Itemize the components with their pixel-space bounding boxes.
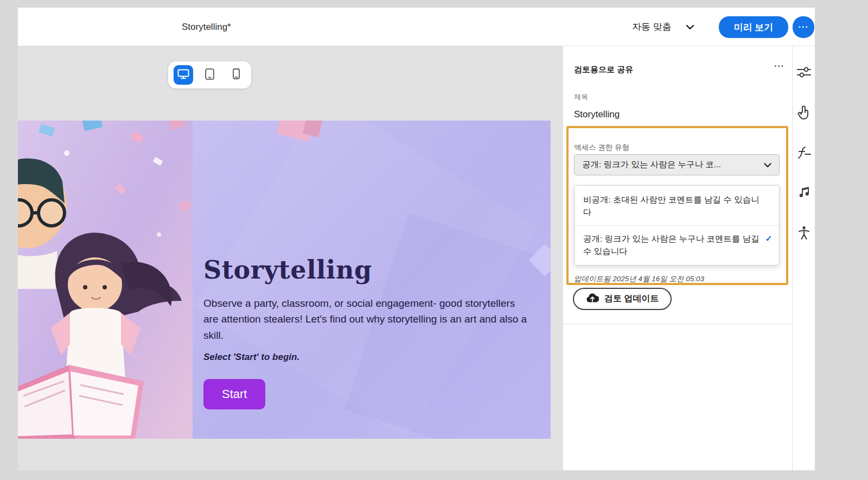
slide-hint-text: Select 'Start' to begin. xyxy=(203,352,540,363)
access-type-selected-value: 공개: 링크가 있는 사람은 누구나 코... xyxy=(582,159,764,170)
slide-properties-button[interactable] xyxy=(796,65,812,81)
panel-more-button[interactable]: ··· xyxy=(774,61,784,71)
share-review-panel: 검토용으로 공유 ··· 제목 Storytelling 액세스 권한 유형 공… xyxy=(563,46,792,470)
device-desktop-button[interactable] xyxy=(174,65,193,85)
music-note-icon xyxy=(798,186,810,201)
title-field-value: Storytelling xyxy=(574,109,620,120)
zoom-fit-label: 자동 맞춤 xyxy=(632,21,672,33)
update-review-label: 검토 업데이트 xyxy=(604,293,659,305)
app-window: Storytelling* 자동 맞춤 미리 보기 ··· xyxy=(18,8,815,470)
panel-divider xyxy=(563,324,793,324)
chevron-down-icon xyxy=(764,160,771,170)
access-type-label: 액세스 권한 유형 xyxy=(574,143,629,153)
slide-text-block: Storytelling Observe a party, classroom,… xyxy=(203,255,540,409)
access-type-dropdown-menu: 비공개: 초대된 사람만 코멘트를 남길 수 있습니다 공개: 링크가 있는 사… xyxy=(574,185,780,266)
touch-hand-icon xyxy=(797,105,810,121)
slide-preview: Storytelling Observe a party, classroom,… xyxy=(18,121,551,439)
zoom-fit-dropdown[interactable]: 자동 맞춤 xyxy=(632,8,694,46)
access-type-select[interactable]: 공개: 링크가 있는 사람은 누구나 코... xyxy=(574,154,780,175)
accessibility-button[interactable] xyxy=(796,225,812,242)
slide-title: Storytelling xyxy=(203,255,540,285)
slide-illustration xyxy=(18,121,193,439)
preview-button[interactable]: 미리 보기 xyxy=(719,16,788,38)
slide-body-text: Observe a party, classroom, or social en… xyxy=(203,295,529,343)
last-updated-text: 업데이트됨 2025년 4월 16일 오전 05:03 xyxy=(574,274,780,284)
update-review-button[interactable]: 검토 업데이트 xyxy=(573,288,672,310)
topbar-more-button[interactable]: ··· xyxy=(793,16,814,38)
phone-icon xyxy=(233,68,240,81)
access-option-private[interactable]: 비공개: 초대된 사람만 코멘트를 남길 수 있습니다 xyxy=(575,187,779,225)
top-bar: Storytelling* 자동 맞춤 미리 보기 ··· xyxy=(18,8,815,46)
right-icon-rail xyxy=(792,46,815,470)
quick-actions-button[interactable] xyxy=(796,145,812,161)
cloud-upload-icon xyxy=(586,293,599,305)
access-option-public[interactable]: 공개: 링크가 있는 사람은 누구나 코멘트를 남길 수 있습니다 ✓ xyxy=(575,225,779,264)
check-icon: ✓ xyxy=(765,232,773,245)
chevron-down-icon xyxy=(686,22,694,32)
interactions-button[interactable] xyxy=(796,105,812,121)
device-phone-button[interactable] xyxy=(226,65,246,85)
document-title: Storytelling* xyxy=(182,8,231,46)
tablet-icon xyxy=(205,68,214,82)
panel-title: 검토용으로 공유 xyxy=(574,65,633,75)
device-tablet-button[interactable] xyxy=(200,65,220,85)
start-button[interactable]: Start xyxy=(203,379,265,409)
desktop-icon xyxy=(177,69,189,81)
canvas-area: Storytelling Observe a party, classroom,… xyxy=(18,46,563,470)
sliders-icon xyxy=(797,66,811,80)
access-option-public-label: 공개: 링크가 있는 사람은 누구나 코멘트를 남길 수 있습니다 xyxy=(583,234,760,256)
script-fx-icon xyxy=(797,146,811,161)
accessibility-icon xyxy=(797,226,810,242)
audio-button[interactable] xyxy=(796,185,812,201)
title-field-label: 제목 xyxy=(574,92,588,102)
device-preview-toggle xyxy=(168,61,251,89)
